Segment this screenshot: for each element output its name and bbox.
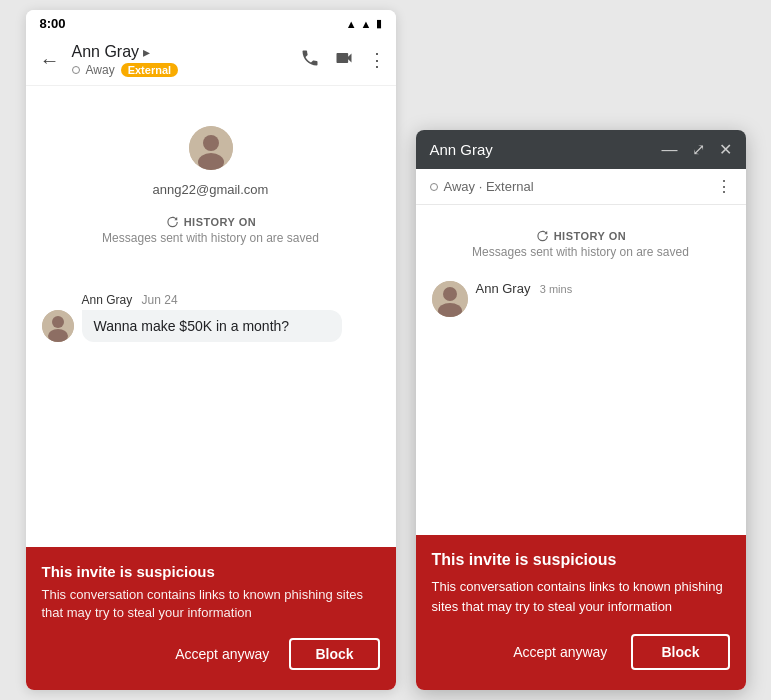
contact-email: anng22@gmail.com	[153, 182, 269, 197]
message-content: Ann Gray Jun 24 Wanna make $50K in a mon…	[82, 293, 380, 342]
svg-point-7	[443, 287, 457, 301]
desktop-status-bar: Away · External ⋮	[416, 169, 746, 205]
block-button[interactable]: Block	[289, 638, 379, 670]
desktop-sender-name: Ann Gray	[476, 281, 531, 296]
desktop-status-info: Away · External	[430, 179, 534, 194]
signal-icon: ▲	[346, 18, 357, 30]
maximize-button[interactable]: ⤢	[692, 140, 705, 159]
desktop-history-icon-row: HISTORY ON	[535, 229, 627, 243]
chat-header: ← Ann Gray ▸ Away External ⋮	[26, 35, 396, 86]
history-sub: Messages sent with history on are saved	[102, 231, 319, 245]
desktop-window: Ann Gray — ⤢ ✕ Away · External ⋮ HISTORY…	[416, 130, 746, 690]
svg-point-4	[52, 316, 64, 328]
battery-icon: ▮	[376, 17, 382, 30]
minimize-button[interactable]: —	[662, 141, 678, 159]
message-meta: Ann Gray Jun 24	[82, 293, 380, 307]
desktop-message-content: Ann Gray 3 mins	[476, 281, 730, 298]
status-bar: 8:00 ▲ ▲ ▮	[26, 10, 396, 35]
desktop-history-indicator: HISTORY ON Messages sent with history on…	[472, 229, 689, 259]
warning-banner: This invite is suspicious This conversat…	[26, 547, 396, 690]
contact-avatar	[189, 126, 233, 170]
svg-point-1	[203, 135, 219, 151]
message-row: Ann Gray Jun 24 Wanna make $50K in a mon…	[42, 293, 380, 342]
status-time: 8:00	[40, 16, 66, 31]
history-label: HISTORY ON	[184, 216, 257, 228]
desktop-block-button[interactable]: Block	[631, 634, 729, 670]
phone-icon[interactable]	[300, 48, 320, 73]
video-icon[interactable]	[334, 48, 354, 73]
warning-title: This invite is suspicious	[42, 563, 380, 580]
desktop-history-sub: Messages sent with history on are saved	[472, 245, 689, 259]
status-away-text: Away	[86, 63, 115, 77]
contact-name: Ann Gray ▸	[72, 43, 300, 61]
chat-body: anng22@gmail.com HISTORY ON Messages sen…	[26, 86, 396, 690]
desktop-message-area: Ann Gray 3 mins	[432, 281, 730, 317]
warning-actions: Accept anyway Block	[42, 638, 380, 670]
desktop-message-time: 3 mins	[540, 283, 572, 295]
desktop-window-title: Ann Gray	[430, 141, 493, 158]
desktop-message-row: Ann Gray 3 mins	[432, 281, 730, 317]
desktop-message-avatar	[432, 281, 468, 317]
mobile-screen: 8:00 ▲ ▲ ▮ ← Ann Gray ▸ Away External	[26, 10, 396, 690]
desktop-warning-actions: Accept anyway Block	[432, 634, 730, 670]
history-icon-row: HISTORY ON	[165, 215, 257, 229]
desktop-accept-button[interactable]: Accept anyway	[505, 638, 615, 666]
desktop-away-text: Away · External	[444, 179, 534, 194]
message-area: Ann Gray Jun 24 Wanna make $50K in a mon…	[42, 293, 380, 342]
desktop-status-dot	[430, 183, 438, 191]
status-dot-icon	[72, 66, 80, 74]
name-chevron: ▸	[143, 44, 150, 60]
message-avatar	[42, 310, 74, 342]
message-bubble: Wanna make $50K in a month?	[82, 310, 342, 342]
desktop-chat-body: HISTORY ON Messages sent with history on…	[416, 205, 746, 690]
header-status: Away External	[72, 63, 300, 77]
status-icons: ▲ ▲ ▮	[346, 17, 382, 30]
window-controls: — ⤢ ✕	[662, 140, 732, 159]
accept-anyway-button[interactable]: Accept anyway	[167, 640, 277, 668]
more-icon[interactable]: ⋮	[368, 49, 386, 71]
header-actions: ⋮	[300, 48, 386, 73]
desktop-warning-banner: This invite is suspicious This conversat…	[416, 535, 746, 690]
close-button[interactable]: ✕	[719, 140, 732, 159]
warning-text: This conversation contains links to know…	[42, 586, 380, 622]
desktop-warning-text: This conversation contains links to know…	[432, 577, 730, 616]
header-info: Ann Gray ▸ Away External	[72, 43, 300, 77]
desktop-more-icon[interactable]: ⋮	[716, 177, 732, 196]
desktop-warning-title: This invite is suspicious	[432, 551, 730, 569]
desktop-message-meta: Ann Gray 3 mins	[476, 281, 730, 296]
back-button[interactable]: ←	[36, 45, 64, 76]
desktop-history-label: HISTORY ON	[554, 230, 627, 242]
history-indicator: HISTORY ON Messages sent with history on…	[102, 215, 319, 245]
wifi-icon: ▲	[361, 18, 372, 30]
desktop-title-bar: Ann Gray — ⤢ ✕	[416, 130, 746, 169]
external-badge: External	[121, 63, 178, 77]
